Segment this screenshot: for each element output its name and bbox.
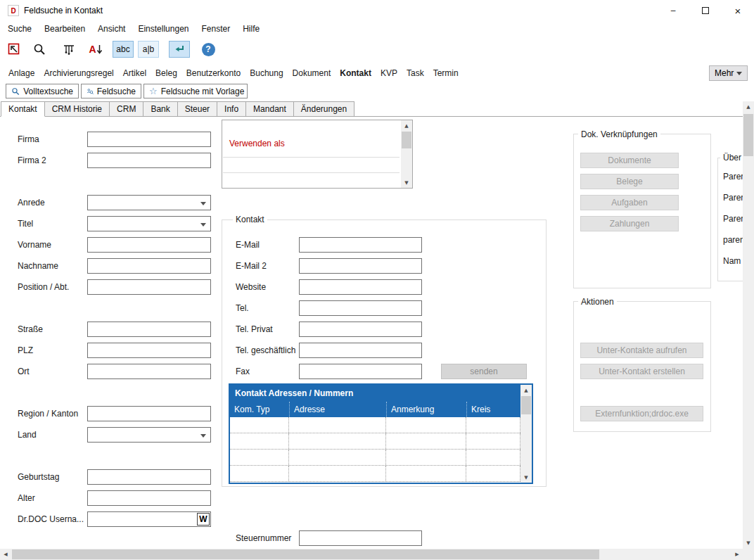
scroll-down-button[interactable]: ▼ xyxy=(520,472,532,483)
titel-label: Titel xyxy=(18,219,33,229)
table-row[interactable] xyxy=(230,466,520,482)
scroll-up-button[interactable]: ▲ xyxy=(520,385,532,395)
tab-mandant[interactable]: Mandant xyxy=(245,101,294,117)
unter-kontakte-aufrufen-button[interactable]: Unter-Kontakte aufrufen xyxy=(580,343,703,358)
scroll-down-button[interactable]: ▼ xyxy=(401,177,412,188)
scroll-down-button[interactable]: ▼ xyxy=(743,537,754,549)
tab-steuer[interactable]: Steuer xyxy=(177,101,217,117)
volltextsuche-button[interactable]: Volltextsuche xyxy=(6,84,79,98)
tab-crm[interactable]: CRM xyxy=(109,101,143,117)
tab-info[interactable]: Info xyxy=(217,101,246,117)
steuernummer-input[interactable] xyxy=(299,530,422,546)
goto-button[interactable] xyxy=(4,39,24,59)
table-body[interactable] xyxy=(230,417,520,483)
category-beleg[interactable]: Beleg xyxy=(155,68,177,78)
tab-kontakt[interactable]: Kontakt xyxy=(1,101,45,117)
scroll-up-button[interactable]: ▲ xyxy=(743,101,754,113)
abc-toggle[interactable]: abc xyxy=(113,41,134,58)
firma-2-input[interactable] xyxy=(87,153,211,168)
aufgaben-button[interactable]: Aufgaben xyxy=(580,195,679,210)
search-button[interactable] xyxy=(30,39,49,59)
vertical-scrollbar[interactable]: ▲ ▼ xyxy=(743,101,754,549)
filter-button[interactable] xyxy=(59,39,79,59)
scrollbar-thumb[interactable] xyxy=(402,132,411,148)
tel-geschaeftlich-input[interactable] xyxy=(299,343,422,358)
feldsuche-mit-vorlage-button[interactable]: ☆ Feldsuche mit Vorlage xyxy=(143,84,248,98)
anrede-select[interactable] xyxy=(87,195,211,210)
land-select[interactable] xyxy=(87,427,211,443)
category-task[interactable]: Task xyxy=(407,68,424,78)
category-artikel[interactable]: Artikel xyxy=(123,68,146,78)
enter-button[interactable] xyxy=(169,41,190,58)
menu-ansicht[interactable]: Ansicht xyxy=(91,21,132,37)
tab-bank[interactable]: Bank xyxy=(143,101,177,117)
tab-aenderungen[interactable]: Änderungen xyxy=(293,101,354,117)
category-termin[interactable]: Termin xyxy=(433,68,459,78)
feldsuche-button[interactable]: Feldsuche xyxy=(81,84,141,98)
horizontal-scrollbar[interactable]: ◀ ▶ xyxy=(0,549,743,560)
help-button[interactable]: ? xyxy=(198,39,218,59)
category-archivierungsregel[interactable]: Archivierungsregel xyxy=(44,68,113,78)
website-input[interactable] xyxy=(299,279,422,295)
dokumente-button[interactable]: Dokumente xyxy=(580,153,679,168)
ab-toggle[interactable]: a|b xyxy=(138,41,159,58)
username-w-button[interactable]: W xyxy=(197,513,210,526)
menu-suche[interactable]: Suche xyxy=(1,21,38,37)
scrollbar-thumb[interactable] xyxy=(12,549,599,559)
scroll-up-button[interactable]: ▲ xyxy=(401,120,412,131)
strasse-input[interactable] xyxy=(87,322,211,337)
geburtstag-input[interactable] xyxy=(87,469,211,485)
scroll-right-button[interactable]: ▶ xyxy=(731,549,743,560)
email-2-input[interactable] xyxy=(299,258,422,274)
aktionen-group-title: Aktionen xyxy=(578,297,617,307)
tel-privat-input[interactable] xyxy=(299,322,422,337)
menu-hilfe[interactable]: Hilfe xyxy=(236,21,266,37)
website-label: Website xyxy=(236,282,266,292)
scrollbar-thumb[interactable] xyxy=(743,114,753,156)
category-benutzerkonto[interactable]: Benutzerkonto xyxy=(186,68,241,78)
verwenden-als-item[interactable]: Verwenden als xyxy=(229,139,285,148)
listbox-scrollbar[interactable]: ▲ ▼ xyxy=(401,120,412,188)
mehr-button[interactable]: Mehr xyxy=(709,65,748,81)
table-row[interactable] xyxy=(230,417,520,433)
unter-kontakt-erstellen-button[interactable]: Unter-Kontakt erstellen xyxy=(580,364,703,379)
nachname-input[interactable] xyxy=(87,258,211,274)
ort-input[interactable] xyxy=(87,364,211,379)
category-dokument[interactable]: Dokument xyxy=(293,68,331,78)
category-anlage[interactable]: Anlage xyxy=(8,68,34,78)
scroll-left-button[interactable]: ◀ xyxy=(0,549,11,560)
zahlungen-button[interactable]: Zahlungen xyxy=(580,216,679,231)
table-row[interactable] xyxy=(230,433,520,450)
category-kvp[interactable]: KVP xyxy=(381,68,397,78)
region-kanton-input[interactable] xyxy=(87,406,211,421)
position-abt-input[interactable] xyxy=(87,279,211,295)
senden-button[interactable]: senden xyxy=(441,364,527,379)
category-kontakt[interactable]: Kontakt xyxy=(340,68,371,78)
fax-input[interactable] xyxy=(299,364,422,379)
drdoc-username-input[interactable] xyxy=(87,511,211,527)
minimize-button[interactable]: – xyxy=(657,0,689,21)
table-scrollbar[interactable]: ▲ ▼ xyxy=(520,385,532,483)
scrollbar-thumb[interactable] xyxy=(521,396,531,414)
menu-einstellungen[interactable]: Einstellungen xyxy=(132,21,195,37)
menu-bearbeiten[interactable]: Bearbeiten xyxy=(38,21,91,37)
belege-button[interactable]: Belege xyxy=(580,174,679,189)
email-input[interactable] xyxy=(299,237,422,253)
menu-fenster[interactable]: Fenster xyxy=(196,21,237,37)
vorname-input[interactable] xyxy=(87,237,211,253)
table-cell xyxy=(230,433,289,449)
externfunktion-button[interactable]: Externfunktion;drdoc.exe xyxy=(580,406,703,421)
tel-input[interactable] xyxy=(299,300,422,316)
tab-crm-historie[interactable]: CRM Historie xyxy=(44,101,110,117)
close-button[interactable]: × xyxy=(722,0,754,21)
alter-input[interactable] xyxy=(87,490,211,506)
verwenden-als-listbox[interactable]: Verwenden als ▲ ▼ xyxy=(222,120,413,189)
sort-button[interactable]: A xyxy=(86,39,106,59)
titel-select[interactable] xyxy=(87,216,211,231)
category-buchung[interactable]: Buchung xyxy=(250,68,283,78)
maximize-button[interactable] xyxy=(689,0,722,21)
plz-input[interactable] xyxy=(87,343,211,358)
arrow-up-left-icon xyxy=(7,42,21,56)
table-row[interactable] xyxy=(230,450,520,466)
firma-input[interactable] xyxy=(87,132,211,147)
